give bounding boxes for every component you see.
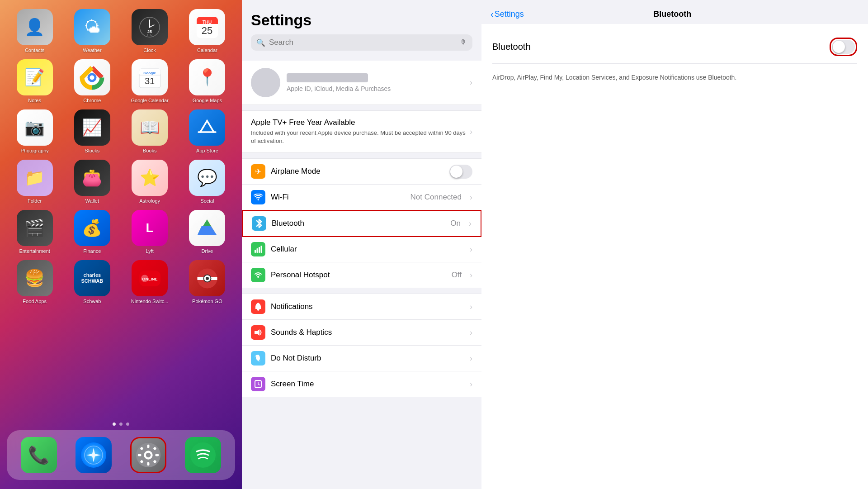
bluetooth-toggle-highlight <box>830 38 857 56</box>
bluetooth-detail-panel: ‹ Settings Bluetooth Bluetooth AirDrop, … <box>481 0 868 489</box>
svg-text:ONLINE: ONLINE <box>142 277 157 281</box>
svg-point-31 <box>206 277 209 280</box>
dot-1 <box>113 423 116 426</box>
app-social[interactable]: 💬 Social <box>182 160 233 204</box>
chrome-icon <box>74 59 110 95</box>
folder-icon: 📁 <box>17 160 53 196</box>
books-label: Books <box>143 148 157 153</box>
app-folder[interactable]: 📁 Folder <box>9 160 60 204</box>
settings-panel: Settings 🔍 🎙 Apple ID, iCloud, Media & P… <box>242 0 481 489</box>
appletv-content: Apple TV+ Free Year Available Included w… <box>251 118 470 145</box>
dock-settings[interactable] <box>130 437 166 473</box>
stocks-label: Stocks <box>85 148 99 153</box>
app-food[interactable]: 🍔 Food Apps <box>9 260 60 304</box>
food-icon: 🍔 <box>17 260 53 296</box>
app-appstore[interactable]: App Store <box>182 109 233 153</box>
dock-safari[interactable] <box>75 437 112 473</box>
wifi-chevron: › <box>470 193 472 202</box>
appletv-banner[interactable]: Apple TV+ Free Year Available Included w… <box>242 110 481 153</box>
app-grid: 👤 Contacts 🌤 Weather THU 25 Clock <box>9 9 233 304</box>
bluetooth-main-label: Bluetooth <box>492 42 531 52</box>
lyft-label: Lyft <box>146 248 153 254</box>
social-label: Social <box>200 198 214 204</box>
pokemon-icon <box>189 260 225 296</box>
sounds-row[interactable]: Sounds & Haptics › <box>242 320 481 346</box>
gmaps-icon: 📍 <box>189 59 225 95</box>
app-weather[interactable]: 🌤 Weather <box>66 9 118 53</box>
app-stocks[interactable]: 📈 Stocks <box>66 109 118 153</box>
back-label: Settings <box>495 9 524 19</box>
dot-3 <box>126 423 129 426</box>
wifi-row[interactable]: Wi-Fi Not Connected › <box>242 185 481 210</box>
donotdisturb-label: Do Not Disturb <box>271 354 464 363</box>
svg-point-14 <box>90 75 94 80</box>
weather-icon: 🌤 <box>74 9 110 45</box>
bluetooth-detail-toggle[interactable] <box>832 40 855 54</box>
appstore-icon <box>189 109 225 146</box>
app-chrome[interactable]: Chrome <box>66 59 118 103</box>
search-bar[interactable]: 🔍 🎙 <box>251 34 472 51</box>
airplane-row[interactable]: ✈ Airplane Mode <box>242 159 481 185</box>
svg-point-53 <box>258 309 259 311</box>
svg-text:THU: THU <box>203 20 212 25</box>
screentime-icon <box>251 377 265 391</box>
app-pokemon[interactable]: Pokémon GO <box>182 260 233 304</box>
astrology-label: Astrology <box>139 198 160 204</box>
profile-banner[interactable]: Apple ID, iCloud, Media & Purchases › <box>242 61 481 105</box>
app-lyft[interactable]: L Lyft <box>124 210 175 254</box>
mic-icon: 🎙 <box>460 38 467 47</box>
bluetooth-label: Bluetooth <box>272 219 445 228</box>
donotdisturb-row[interactable]: Do Not Disturb › <box>242 346 481 371</box>
donotdisturb-icon <box>251 351 265 366</box>
cellular-icon <box>251 242 265 256</box>
notifications-group: Notifications › Sounds & Haptics › <box>242 294 481 397</box>
appletv-sub: Included with your recent Apple device p… <box>251 129 470 145</box>
app-books[interactable]: 📖 Books <box>124 109 175 153</box>
airplane-toggle[interactable] <box>449 165 472 179</box>
astrology-icon: ⭐ <box>132 160 168 196</box>
app-nintendo[interactable]: ONLINE Nintendo Switc... <box>124 260 175 304</box>
bluetooth-row[interactable]: Bluetooth On › <box>242 210 481 237</box>
app-drive[interactable]: Drive <box>182 210 233 254</box>
social-icon: 💬 <box>189 160 225 196</box>
wifi-icon <box>251 190 265 204</box>
svg-point-37 <box>146 453 151 458</box>
app-wallet[interactable]: 👛 Wallet <box>66 160 118 204</box>
app-finance[interactable]: 💰 Finance <box>66 210 118 254</box>
contacts-icon: 👤 <box>17 9 53 45</box>
airplane-toggle-thumb <box>450 166 462 178</box>
app-schwab[interactable]: charles SCHWAB Schwab <box>66 260 118 304</box>
app-clock[interactable]: THU 25 Clock <box>124 9 175 53</box>
app-astrology[interactable]: ⭐ Astrology <box>124 160 175 204</box>
hotspot-row[interactable]: Personal Hotspot Off › <box>242 262 481 288</box>
entertainment-icon: 🎬 <box>17 210 53 246</box>
settings-body: Apple ID, iCloud, Media & Purchases › Ap… <box>242 55 481 489</box>
connectivity-group: ✈ Airplane Mode Wi-Fi Not Connecte <box>242 158 481 288</box>
notifications-chevron: › <box>470 302 472 312</box>
dock: 📞 <box>7 430 235 480</box>
cellular-row[interactable]: Cellular › <box>242 237 481 262</box>
dock-spotify[interactable] <box>185 437 221 473</box>
gmaps-label: Google Maps <box>193 98 222 103</box>
clock-icon: THU 25 <box>132 9 168 45</box>
svg-text:31: 31 <box>145 76 155 86</box>
dock-phone[interactable]: 📞 <box>21 437 57 473</box>
app-notes[interactable]: 📝 Notes <box>9 59 60 103</box>
svg-rect-50 <box>261 246 262 253</box>
notifications-row[interactable]: Notifications › <box>242 294 481 320</box>
app-gcal[interactable]: Google 31 Google Calendar <box>124 59 175 103</box>
bluetooth-value: On <box>450 219 461 228</box>
screentime-row[interactable]: Screen Time › <box>242 371 481 397</box>
app-photos[interactable]: 📷 Photography <box>9 109 60 153</box>
app-calendar[interactable]: THU 25 Calendar <box>182 9 233 53</box>
app-contacts[interactable]: 👤 Contacts <box>9 9 60 53</box>
nintendo-icon: ONLINE <box>132 260 168 296</box>
detail-nav: ‹ Settings Bluetooth <box>481 0 868 24</box>
search-input[interactable] <box>269 38 456 47</box>
bluetooth-main-row: Bluetooth <box>492 33 857 64</box>
photos-icon: 📷 <box>17 109 53 146</box>
app-entertainment[interactable]: 🎬 Entertainment <box>9 210 60 254</box>
schwab-label: Schwab <box>83 299 101 304</box>
back-button[interactable]: ‹ Settings <box>491 9 524 19</box>
app-gmaps[interactable]: 📍 Google Maps <box>182 59 233 103</box>
